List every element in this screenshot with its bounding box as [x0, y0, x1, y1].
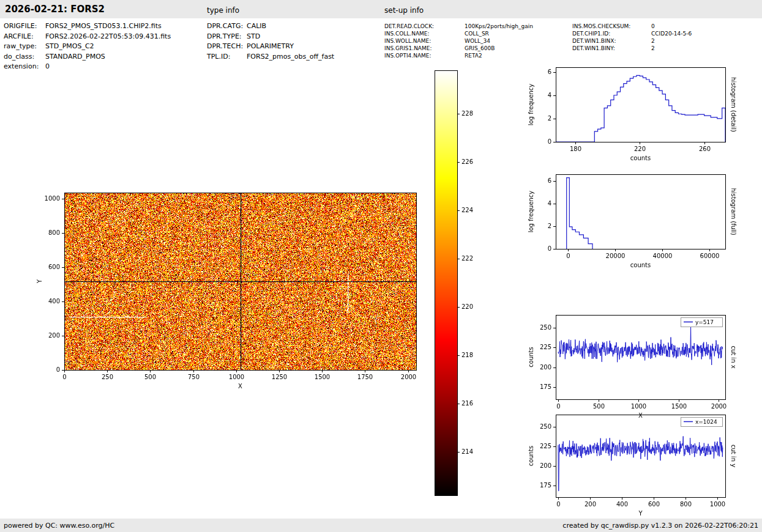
setup-info-row: DET.WIN1.BINX: 2 [572, 37, 692, 45]
footer-bar: powered by QC: www.eso.org/HC created by… [0, 519, 762, 532]
file-info-block: ORIGFILE: FORS2_PMOS_STD053.1.CHIP2.fits… [4, 21, 171, 72]
histogram-detail-plot [520, 58, 741, 174]
kv-value: 0 [651, 23, 655, 30]
kv-label: DPR.TYPE: [207, 32, 247, 42]
setup-info-row: DET.CHIP1.ID: CCID20-14-5-6 [572, 30, 692, 37]
kv-label: INS.WOLL.NAME: [384, 37, 465, 45]
kv-label: DET.CHIP1.ID: [572, 30, 651, 37]
footer-left-text: powered by QC: www.eso.org/HC [4, 522, 114, 530]
kv-value: STD [247, 32, 260, 42]
raw-image-plot [18, 177, 428, 404]
kv-label: TPL.ID: [207, 52, 247, 62]
kv-value: 2 [651, 45, 655, 52]
footer-right-text: created by qc_rawdisp.py v1.2.3 on 2026-… [562, 522, 758, 530]
kv-label: INS.MOS.CHECKSUM: [572, 23, 651, 30]
setup-info-row: INS.MOS.CHECKSUM: 0 [572, 23, 692, 30]
kv-value: RETA2 [465, 52, 482, 59]
setup-info-block-2: INS.MOS.CHECKSUM: 0 DET.CHIP1.ID: CCID20… [572, 23, 692, 52]
kv-label: DET.READ.CLOCK: [384, 23, 465, 30]
kv-value: 0 [45, 62, 50, 72]
top-bar: 2026-02-21: FORS2 type info set-up info [0, 0, 762, 18]
kv-value: 2 [651, 37, 655, 45]
type-info-row: TPL.ID: FORS2_pmos_obs_off_fast [207, 52, 334, 62]
file-info-row: do_class: STANDARD_PMOS [4, 52, 171, 62]
kv-value: STANDARD_PMOS [45, 52, 105, 62]
cut-in-y-plot [520, 405, 741, 522]
kv-value: 100Kps/2ports/high_gain [465, 23, 533, 30]
setup-info-row: INS.GRIS1.NAME: GRIS_600B [384, 45, 533, 52]
type-info-row: DPR.CATG: CALIB [207, 21, 334, 32]
type-info-row: DPR.TYPE: STD [207, 32, 334, 42]
setup-info-row: DET.WIN1.BINY: 2 [572, 45, 692, 52]
setup-info-row: INS.WOLL.NAME: WOLL_34 [384, 37, 533, 45]
kv-label: extension: [4, 62, 45, 72]
cut-in-x-plot [520, 306, 741, 422]
kv-value: CCID20-14-5-6 [651, 30, 692, 37]
kv-value: GRIS_600B [465, 45, 495, 52]
kv-label: INS.OPTI4.NAME: [384, 52, 465, 59]
kv-value: FORS2_pmos_obs_off_fast [247, 52, 334, 62]
kv-label: DET.WIN1.BINY: [572, 45, 651, 52]
colorbar [428, 61, 487, 501]
kv-value: FORS2_PMOS_STD053.1.CHIP2.fits [45, 21, 162, 32]
kv-label: DPR.CATG: [207, 21, 247, 32]
type-info-row: DPR.TECH: POLARIMETRY [207, 42, 334, 52]
kv-label: INS.GRIS1.NAME: [384, 45, 465, 52]
type-info-block: DPR.CATG: CALIB DPR.TYPE: STD DPR.TECH: … [207, 21, 334, 62]
kv-label: ARCFILE: [4, 32, 45, 42]
kv-value: FORS2.2026-02-22T05:53:09.431.fits [45, 32, 171, 42]
kv-label: INS.COLL.NAME: [384, 30, 465, 37]
kv-value: CALIB [247, 21, 266, 32]
kv-value: STD_PMOS_C2 [45, 42, 94, 52]
kv-label: DPR.TECH: [207, 42, 247, 52]
file-info-row: raw_type: STD_PMOS_C2 [4, 42, 171, 52]
file-info-row: ARCFILE: FORS2.2026-02-22T05:53:09.431.f… [4, 32, 171, 42]
kv-value: COLL_SR [465, 30, 489, 37]
page-title: 2026-02-21: FORS2 [5, 4, 105, 15]
type-info-heading: type info [207, 6, 239, 15]
file-info-row: extension: 0 [4, 62, 171, 72]
file-info-row: ORIGFILE: FORS2_PMOS_STD053.1.CHIP2.fits [4, 21, 171, 32]
setup-info-block-1: DET.READ.CLOCK: 100Kps/2ports/high_gain … [384, 23, 533, 59]
setup-info-row: INS.COLL.NAME: COLL_SR [384, 30, 533, 37]
kv-label: DET.WIN1.BINX: [572, 37, 651, 45]
kv-value: WOLL_34 [465, 37, 490, 45]
setup-info-row: INS.OPTI4.NAME: RETA2 [384, 52, 533, 59]
setup-info-row: DET.READ.CLOCK: 100Kps/2ports/high_gain [384, 23, 533, 30]
kv-label: raw_type: [4, 42, 45, 52]
kv-value: POLARIMETRY [247, 42, 294, 52]
kv-label: do_class: [4, 52, 45, 62]
qc-report-page: { "header": { "title": "2026-02-21: FORS… [0, 0, 762, 532]
histogram-full-plot [520, 165, 741, 281]
setup-info-heading: set-up info [384, 6, 424, 15]
kv-label: ORIGFILE: [4, 21, 45, 32]
